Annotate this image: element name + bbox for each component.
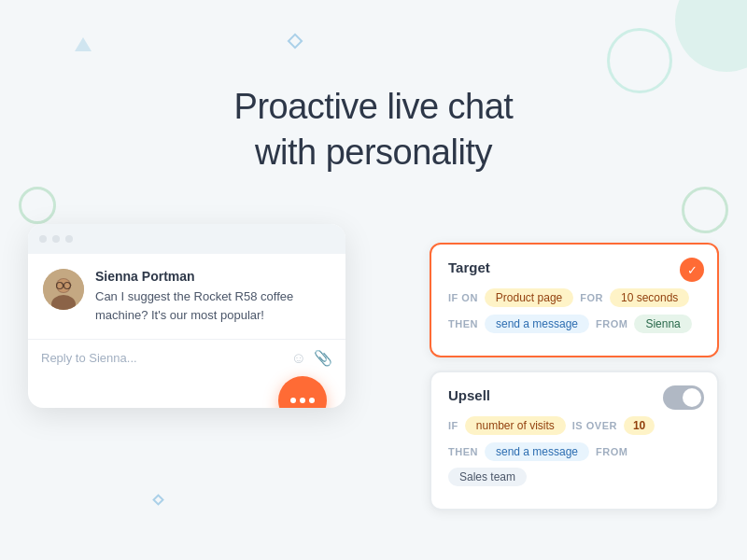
- target-10-seconds-tag[interactable]: 10 seconds: [610, 288, 689, 307]
- upsell-row-2: THEN send a message FROM Sales team: [448, 442, 700, 486]
- upsell-is-over-label: IS OVER: [572, 420, 617, 431]
- chat-message-text: Can I suggest the Rocket R58 coffee mach…: [95, 287, 331, 324]
- fab-dot-3: [309, 398, 315, 403]
- upsell-visits-tag[interactable]: number of visits: [465, 416, 566, 435]
- decorative-circle-right: [682, 187, 728, 233]
- target-if-on-label: IF ON: [448, 292, 478, 303]
- avatar: [43, 269, 84, 310]
- hero-line1: Proactive live chat: [234, 87, 514, 126]
- upsell-rule-card[interactable]: Upsell IF number of visits IS OVER 10 TH…: [430, 371, 719, 511]
- target-row-1: IF ON Product page FOR 10 seconds: [448, 288, 700, 307]
- emoji-icon[interactable]: ☺: [291, 350, 306, 367]
- chat-fab-button[interactable]: [278, 376, 327, 408]
- chat-reply-input[interactable]: Reply to Sienna...: [41, 351, 284, 365]
- chat-text-block: Sienna Portman Can I suggest the Rocket …: [95, 269, 331, 324]
- chat-reply-row[interactable]: Reply to Sienna... ☺ 📎: [28, 339, 345, 376]
- upsell-from-label: FROM: [596, 446, 627, 457]
- target-sienna-tag[interactable]: Sienna: [634, 315, 691, 333]
- upsell-sales-team-tag[interactable]: Sales team: [448, 468, 527, 486]
- svg-line-8: [71, 285, 72, 286]
- decorative-circle-teal: [675, 0, 747, 72]
- window-dot-2: [52, 235, 60, 243]
- upsell-toggle[interactable]: [663, 385, 704, 410]
- window-dot-3: [65, 235, 73, 243]
- target-rule-card[interactable]: Target ✓ IF ON Product page FOR 10 secon…: [430, 243, 719, 357]
- chat-fab-dots: [290, 398, 315, 403]
- decorative-triangle-left: [75, 37, 92, 51]
- hero-line2: with personality: [255, 133, 492, 172]
- hero-title: Proactive live chat with personality: [0, 84, 747, 176]
- decorative-circle-left: [19, 187, 56, 224]
- upsell-then-label: THEN: [448, 446, 478, 457]
- target-from-label: FROM: [596, 318, 627, 329]
- attachment-icon[interactable]: 📎: [314, 349, 332, 367]
- target-then-label: THEN: [448, 318, 478, 329]
- target-card-title: Target: [448, 259, 700, 275]
- window-dot-1: [39, 235, 47, 243]
- fab-dot-1: [290, 398, 296, 403]
- target-for-label: FOR: [580, 292, 603, 303]
- upsell-toggle-knob: [683, 388, 701, 407]
- decorative-diamond-top: [288, 34, 303, 49]
- upsell-10-tag[interactable]: 10: [624, 416, 655, 435]
- chat-message-row: Sienna Portman Can I suggest the Rocket …: [43, 269, 331, 324]
- target-row-2: THEN send a message FROM Sienna: [448, 315, 700, 333]
- target-product-page-tag[interactable]: Product page: [485, 288, 573, 307]
- upsell-row-1: IF number of visits IS OVER 10: [448, 416, 700, 435]
- fab-dot-2: [300, 398, 305, 403]
- target-active-check[interactable]: ✓: [680, 258, 704, 282]
- chat-sender-name: Sienna Portman: [95, 269, 331, 284]
- target-send-message-tag[interactable]: send a message: [485, 315, 589, 333]
- chat-body: Sienna Portman Can I suggest the Rocket …: [28, 254, 345, 339]
- svg-line-7: [57, 285, 58, 286]
- chat-header: [28, 224, 345, 254]
- decorative-diamond-bottom-left: [152, 494, 164, 506]
- chat-widget: Sienna Portman Can I suggest the Rocket …: [28, 224, 345, 408]
- upsell-if-label: IF: [448, 420, 458, 431]
- upsell-send-message-tag[interactable]: send a message: [485, 442, 589, 461]
- rules-panel: Target ✓ IF ON Product page FOR 10 secon…: [430, 243, 719, 511]
